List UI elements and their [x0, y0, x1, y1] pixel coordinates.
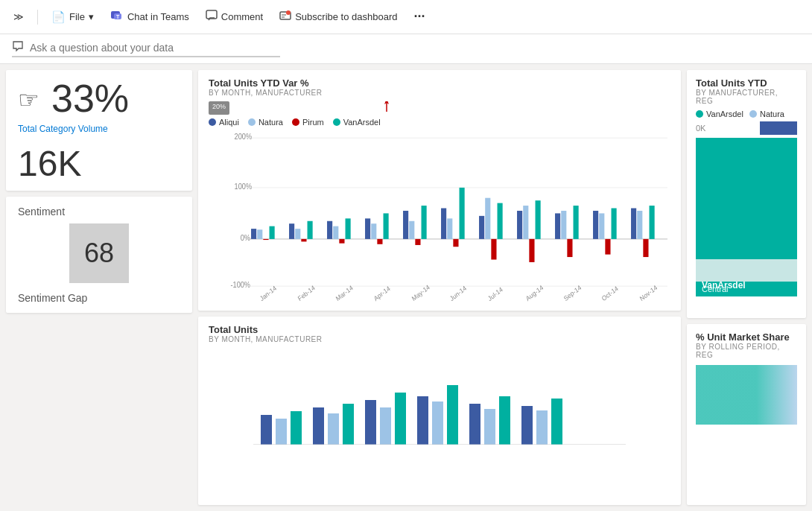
svg-rect-29 [377, 239, 382, 244]
svg-text:0%: 0% [241, 234, 251, 243]
ytd-zero-label: 0K [696, 124, 705, 133]
svg-rect-81 [432, 402, 443, 445]
svg-rect-79 [395, 393, 406, 445]
svg-rect-46 [536, 200, 541, 239]
svg-rect-18 [270, 226, 275, 239]
svg-rect-23 [327, 221, 332, 239]
svg-rect-40 [485, 198, 490, 239]
legend-vanarsdel: VanArsdel [333, 118, 381, 127]
subscribe-icon [279, 10, 291, 24]
ytd-blue-indicator [760, 121, 797, 135]
unit-market-card: % Unit Market Share BY ROLLING PERIOD, R… [687, 324, 806, 505]
qa-input[interactable] [30, 42, 253, 54]
svg-rect-52 [599, 213, 604, 239]
svg-rect-43 [517, 211, 522, 239]
svg-rect-42 [498, 203, 503, 239]
svg-rect-49 [567, 239, 572, 257]
ytd-var-chart-area: 200% 100% 0% -100% [209, 131, 670, 302]
svg-rect-48 [561, 211, 566, 239]
aliqui-label: Aliqui [219, 118, 239, 127]
vanarsdel-dot [333, 118, 340, 126]
file-button[interactable]: 📄 File ▾ [45, 7, 100, 27]
svg-rect-38 [460, 188, 465, 239]
toolbar-separator [37, 10, 38, 25]
unit-market-chart [696, 365, 797, 425]
legend-aliqui: Aliqui [209, 118, 239, 127]
svg-rect-54 [612, 209, 617, 239]
svg-rect-20 [295, 229, 300, 239]
svg-rect-58 [650, 206, 655, 239]
svg-rect-57 [643, 239, 648, 257]
svg-text:T: T [116, 14, 120, 19]
svg-rect-88 [551, 399, 562, 445]
svg-rect-84 [484, 409, 495, 445]
svg-rect-55 [631, 209, 636, 239]
unit-market-subtitle: BY ROLLING PERIOD, REG [696, 343, 797, 359]
total-units-title: Total Units [209, 324, 670, 335]
qa-icon [12, 40, 24, 54]
ytd-title: Total Units YTD [696, 77, 797, 89]
chat-teams-label: Chat in Teams [127, 11, 189, 22]
svg-rect-78 [380, 407, 391, 445]
month-chips-row: 20% [209, 101, 670, 115]
natura-label: Natura [258, 118, 283, 127]
ytd-top-row: 0K [696, 121, 797, 135]
total-units-card: Total Units BY MONTH, MANUFACTURER [198, 317, 681, 505]
ytd-legend: VanArsdel Natura [696, 110, 797, 118]
svg-text:Jun-14: Jun-14 [448, 284, 468, 302]
svg-rect-44 [523, 206, 528, 239]
expand-button[interactable]: ≫ [7, 8, 30, 25]
ytd-vanarsdel-dot [696, 110, 703, 118]
comment-icon [206, 10, 218, 24]
svg-rect-25 [339, 239, 344, 244]
ytd-natura-dot [749, 110, 757, 118]
total-units-subtitle: BY MONTH, MANUFACTURER [209, 335, 670, 343]
left-column: ☞ 33% Total Category Volume 16K Sentimen… [6, 70, 192, 313]
svg-text:200%: 200% [235, 133, 253, 142]
ytd-vanarsdel-label: VanArsdel [706, 110, 743, 118]
svg-rect-56 [637, 211, 642, 239]
svg-text:Feb-14: Feb-14 [296, 284, 317, 302]
comment-button[interactable]: Comment [200, 7, 269, 27]
ytd-legend-natura: Natura [749, 110, 784, 118]
svg-rect-73 [291, 411, 302, 445]
svg-rect-80 [417, 396, 428, 445]
svg-text:-100%: -100% [231, 281, 251, 290]
svg-rect-71 [261, 415, 272, 445]
hand-cursor-icon: ☞ [18, 86, 39, 114]
svg-text:May-14: May-14 [410, 283, 431, 302]
svg-rect-75 [328, 413, 339, 445]
svg-rect-22 [308, 221, 313, 239]
subscribe-label: Subscribe to dashboard [295, 11, 397, 22]
svg-text:Apr-14: Apr-14 [372, 285, 392, 302]
svg-rect-19 [289, 223, 294, 239]
chat-teams-icon: T [110, 9, 124, 25]
unit-market-title: % Unit Market Share [696, 331, 797, 343]
ytd-var-title: Total Units YTD Var % [209, 77, 670, 89]
more-options-button[interactable]: ··· [407, 6, 431, 28]
ytd-legend-vanarsdel: VanArsdel [696, 110, 743, 118]
svg-rect-82 [447, 385, 458, 445]
svg-rect-15 [251, 229, 256, 239]
vanarsdel-label: VanArsdel [343, 118, 381, 127]
svg-rect-51 [593, 211, 598, 239]
ytd-subtitle: BY MANUFACTURER, REG [696, 89, 797, 105]
svg-text:Jul-14: Jul-14 [486, 285, 504, 302]
file-icon: 📄 [51, 10, 66, 24]
svg-rect-86 [521, 406, 533, 445]
subscribe-button[interactable]: Subscribe to dashboard [273, 7, 403, 27]
svg-text:100%: 100% [235, 182, 253, 191]
pin-icon [381, 101, 393, 113]
svg-rect-27 [365, 218, 370, 239]
svg-rect-83 [469, 404, 480, 445]
svg-rect-77 [365, 400, 376, 445]
svg-rect-33 [415, 239, 420, 245]
total-units-ytd-card: Total Units YTD BY MANUFACTURER, REG Van… [687, 70, 806, 318]
svg-rect-76 [343, 404, 354, 445]
chat-teams-button[interactable]: T Chat in Teams [104, 6, 195, 28]
sentiment-card: Sentiment 68 Sentiment Gap [6, 197, 192, 313]
svg-rect-72 [276, 419, 287, 445]
qa-input-container [12, 40, 280, 57]
svg-rect-39 [479, 216, 484, 239]
sentiment-gap-label: Sentiment Gap [18, 292, 180, 304]
